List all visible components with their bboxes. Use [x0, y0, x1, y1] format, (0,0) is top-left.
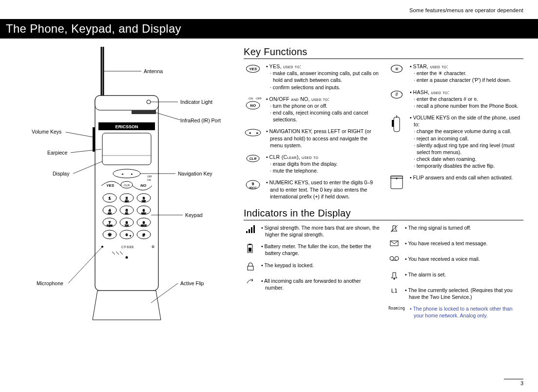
ring-off-icon: [387, 224, 401, 235]
no-key-text: ON/OFF and NO, used to: turn the phone o…: [266, 96, 380, 123]
svg-text:OFF: OFF: [256, 97, 262, 100]
page-title: The Phone, Keypad, and Display: [0, 19, 538, 39]
svg-point-97: [394, 278, 395, 279]
svg-rect-6: [93, 127, 95, 152]
svg-text:ON: ON: [147, 178, 151, 181]
numeric-key-icon: 9WXYZ: [244, 179, 262, 195]
battery-icon: [244, 243, 257, 254]
hash-key-text: HASH, used to: enter the characters # or…: [410, 89, 523, 110]
hash-key-icon: #: [387, 89, 406, 104]
yes-key-text: YES, used to: make calls, answer incomin…: [266, 63, 380, 91]
svg-text:JKL: JKL: [125, 212, 129, 215]
label-volume-keys: Volume Keys: [32, 129, 61, 135]
svg-text:0: 0: [126, 233, 128, 237]
page-number: 3: [504, 379, 523, 386]
operator-note: Some features/menus are operator depende…: [15, 7, 523, 13]
svg-text:ERICSSON: ERICSSON: [115, 124, 138, 129]
signal-text: Signal strength. The more bars that are …: [261, 224, 380, 238]
svg-rect-78: [394, 117, 400, 132]
svg-text:◄: ◄: [248, 131, 251, 135]
svg-text:WXYZ: WXYZ: [250, 186, 256, 189]
sms-text: You have received a text message.: [405, 240, 523, 247]
no-key-icon: ONOFFNO: [244, 96, 262, 111]
forward-text: All incoming calls are forwarded to anot…: [261, 277, 380, 291]
svg-rect-79: [392, 120, 394, 127]
svg-rect-87: [253, 225, 255, 233]
forward-icon: [244, 277, 257, 288]
signal-icon: [244, 224, 257, 235]
label-active-flip: Active Flip: [180, 280, 204, 286]
yes-key-icon: YES: [244, 63, 262, 78]
svg-text:+: +: [130, 234, 131, 237]
line-icon: L1: [387, 287, 401, 297]
line-text: The line currently selected. (Requires t…: [405, 287, 523, 300]
svg-point-94: [390, 256, 394, 260]
keypad-lock-text: The keypad is locked.: [261, 262, 380, 269]
svg-text:CLR: CLR: [250, 157, 256, 160]
volume-key-icon: [387, 114, 406, 130]
svg-text:NO: NO: [140, 183, 147, 188]
volume-key-text: VOLUME KEYS on the side of the phone, us…: [410, 114, 523, 169]
alarm-text: The alarm is set.: [405, 271, 523, 278]
svg-text:CF888: CF888: [121, 245, 134, 249]
svg-point-95: [395, 256, 399, 260]
svg-point-83: [396, 178, 398, 179]
svg-rect-5: [132, 110, 156, 114]
label-microphone: Microphone: [37, 280, 63, 286]
phone-diagram: ERICSSON ◄ ► YES CLR NO OFF ON 1: [15, 44, 234, 342]
svg-text:✳: ✳: [108, 232, 112, 237]
svg-text:1: 1: [109, 196, 111, 200]
svg-text:WXYZ: WXYZ: [141, 224, 147, 227]
numeric-key-text: NUMERIC KEYS, used to enter the digits 0…: [266, 179, 380, 200]
svg-text:GHI: GHI: [108, 212, 111, 215]
svg-text:DEF: DEF: [142, 200, 146, 202]
key-functions-heading: Key Functions: [244, 46, 523, 59]
svg-text:YES: YES: [106, 183, 115, 188]
svg-text:OFF: OFF: [147, 175, 152, 178]
label-antenna: Antenna: [144, 68, 163, 74]
label-keypad: Keypad: [185, 212, 203, 218]
flip-icon: [387, 174, 406, 190]
label-display: Display: [53, 171, 69, 176]
svg-text:►: ►: [256, 131, 259, 135]
svg-rect-86: [251, 227, 252, 233]
svg-text:►: ►: [131, 173, 134, 176]
label-navigation-key: Navigation Key: [178, 171, 212, 176]
svg-text:NO: NO: [250, 103, 256, 108]
svg-rect-9: [102, 133, 151, 165]
nav-key-text: NAVIGATION KEY, press LEFT or RIGHT (or …: [266, 128, 380, 149]
svg-text:◄: ◄: [121, 173, 124, 176]
svg-line-58: [156, 113, 180, 120]
svg-text:PQRS: PQRS: [107, 224, 113, 227]
svg-line-59: [66, 132, 93, 137]
svg-rect-91: [248, 266, 253, 270]
svg-text:#: #: [142, 233, 145, 237]
roaming-text: The phone is locked to a network other t…: [410, 305, 523, 319]
svg-text:ON: ON: [249, 97, 253, 100]
svg-text:9: 9: [251, 181, 254, 186]
roaming-icon: Roaming: [387, 305, 406, 316]
svg-rect-84: [246, 231, 248, 233]
svg-rect-3: [95, 96, 158, 110]
nav-key-icon: ◄►: [244, 128, 262, 143]
voicemail-text: You have received a voice mail.: [405, 255, 523, 262]
svg-text:CLR: CLR: [124, 184, 130, 187]
svg-rect-85: [249, 229, 250, 233]
label-earpiece: Earpiece: [47, 150, 67, 156]
svg-point-55: [126, 256, 128, 259]
svg-text:TUV: TUV: [125, 224, 129, 227]
clr-key-icon: CLR: [244, 154, 262, 169]
indicators-heading: Indicators in the Display: [244, 208, 523, 220]
sms-icon: [387, 240, 401, 251]
alarm-icon: [387, 271, 401, 282]
voicemail-icon: [387, 255, 401, 266]
svg-text:ABC: ABC: [125, 200, 129, 202]
flip-text: FLIP answers and ends call when activate…: [410, 174, 523, 181]
battery-text: Battery meter. The fuller the icon, the …: [261, 243, 380, 256]
ring-off-text: The ring signal is turned off.: [405, 224, 523, 231]
star-key-icon: ✳: [387, 63, 406, 78]
keypad-lock-icon: [244, 262, 257, 273]
svg-text:MNO: MNO: [141, 212, 146, 215]
label-ir-port: InfraRed (IR) Port: [180, 118, 221, 123]
svg-rect-90: [249, 248, 251, 252]
